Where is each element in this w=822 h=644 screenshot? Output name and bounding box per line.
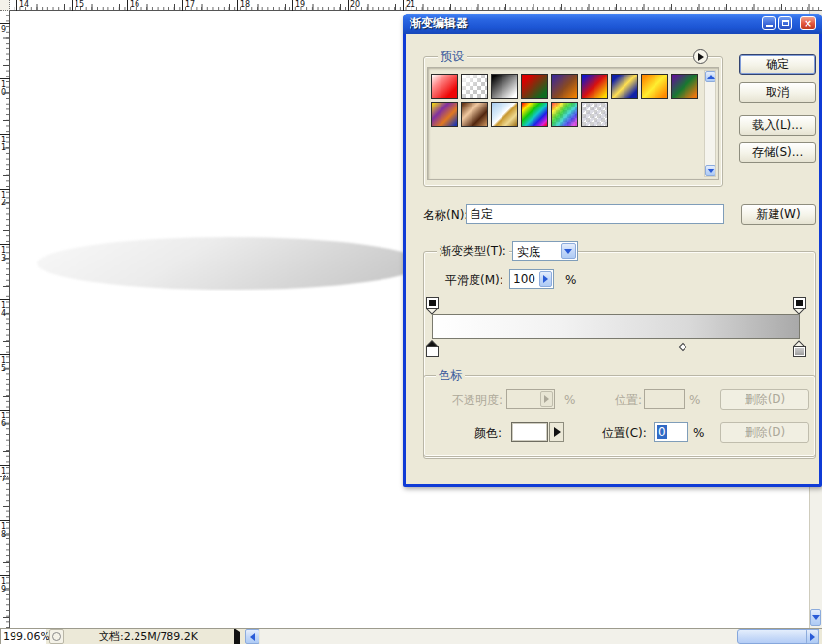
color-location-value: 0 [657,425,667,439]
color-stop-right[interactable] [793,340,806,358]
color-flyout-button[interactable] [549,422,564,442]
chevron-left-icon [250,633,255,641]
ruler-number: 14 [19,0,29,9]
smoothness-spinner-button[interactable] [539,271,552,287]
preset-scroll-up-button[interactable] [705,71,715,82]
chevron-up-icon [707,75,715,79]
ruler-major-tick [0,465,10,466]
ruler-major-tick [0,78,10,79]
ruler-major-tick [348,0,349,11]
save-button[interactable]: 存储(S)... [739,142,816,163]
opacity-label: 不透明度: [452,393,502,407]
color-swatch-button[interactable] [511,422,548,442]
ruler-origin-box[interactable] [0,0,10,11]
triangle-right-icon [234,629,240,644]
preset-swatch-transparent-rainbow[interactable] [551,102,578,127]
preset-swatch-foreground-to-background[interactable] [431,74,458,99]
status-flyout-button[interactable] [234,632,240,644]
dialog-content: 预设 确定 取消 载入(L)... 存储(S)... 名称(N): 自定 新建(… [406,34,819,484]
ruler-top: 1415161718192021 [10,0,822,11]
chevron-right-icon [543,275,548,283]
ruler-major-tick [403,0,404,11]
ruler-number: 9 [1,26,7,34]
color-stop-fill [795,348,804,355]
clock-icon [52,632,61,641]
ruler-number: 15 [75,0,84,9]
preset-swatch-yellow-violet-orange-blue[interactable] [431,102,458,127]
preset-swatch-blue-yellow-blue[interactable] [611,74,638,99]
ruler-major-tick [0,23,10,24]
load-button[interactable]: 载入(L)... [739,115,816,136]
ruler-number: 18 [1,523,7,538]
maximize-button[interactable] [778,16,792,30]
scroll-left-button[interactable] [245,629,259,644]
preset-swatch-violet-to-orange[interactable] [551,74,578,99]
dialog-title-bar[interactable]: 渐变编辑器 [403,14,822,34]
new-button[interactable]: 新建(W) [741,204,816,225]
ruler-number: 14 [1,302,7,318]
chevron-down-icon [812,615,820,620]
opacity-unit: % [564,393,575,407]
ruler-number: 16 [130,0,139,9]
preset-scroll-down-button[interactable] [705,165,715,176]
gradient-preview-bar[interactable] [432,314,800,339]
smoothness-value: 100 [513,272,535,286]
ruler-major-tick [0,354,10,355]
cancel-button[interactable]: 取消 [739,82,816,103]
delete-color-button: 删除(D) [720,422,809,443]
minimize-button[interactable] [762,16,776,30]
color-stop-body [426,346,439,357]
opacity-ink [429,300,436,306]
scroll-down-button[interactable] [810,609,821,626]
presets-caption: 预设 [438,49,467,63]
preset-swatch-orange-yellow-orange[interactable] [641,74,668,99]
timer-button[interactable] [49,629,64,644]
combo-dropdown-button[interactable] [561,243,576,259]
gradient-editor-dialog: 渐变编辑器 × 预设 确定 取消 载入(L)... 存储(S)... [403,14,822,487]
ok-button[interactable]: 确定 [739,54,816,75]
scroll-right-button[interactable] [806,629,819,644]
color-label: 颜色: [474,426,502,440]
canvas-gradient-ellipse [37,237,422,290]
color-location-label: 位置(C): [602,426,647,440]
preset-swatch-foreground-to-transparent[interactable] [461,74,488,99]
preset-swatch-copper[interactable] [461,102,488,127]
ruler-number: 11 [1,137,7,152]
color-stop-left-selected[interactable] [426,340,439,358]
opacity-stop-body [426,297,439,309]
close-icon: × [804,18,812,29]
color-location-unit: % [693,426,704,440]
preset-swatch-spectrum[interactable] [521,102,548,127]
preset-swatch-neutral-density[interactable] [581,102,608,127]
presets-flyout-button[interactable] [693,49,708,64]
preset-swatch-violet-green-orange[interactable] [671,74,698,99]
preset-swatch-chrome[interactable] [491,102,518,127]
delete-opacity-button: 删除(D) [720,389,809,410]
preset-swatch-red-to-green[interactable] [521,74,548,99]
ruler-major-tick [0,134,10,135]
smoothness-label: 平滑度(M): [445,273,503,287]
status-bar: 199.06% 文档:2.25M/789.2K BY:古欲香萧 PHOTOSHO… [0,628,822,644]
preset-swatch-black-to-white[interactable] [491,74,518,99]
ruler-number: 21 [406,0,415,9]
color-location-input[interactable]: 0 [654,422,688,442]
photoshop-window: 1415161718192021 910111213141516171819 1… [0,0,822,644]
opacity-location-label: 位置: [615,393,642,407]
color-stop-fill [428,348,437,355]
opacity-stop-body [793,297,806,309]
zoom-level-field[interactable]: 199.06% [0,629,46,644]
horizontal-scrollbar-track[interactable]: BY:古欲香萧 PHOTOSHOP 交流群:155189433 [260,629,805,644]
gradient-type-select[interactable]: 实底 [512,241,578,261]
smoothness-input[interactable]: 100 [509,269,554,289]
ruler-number: 20 [350,0,360,9]
stops-caption: 色标 [436,368,465,382]
opacity-stop-left[interactable] [426,297,439,314]
opacity-stop-right[interactable] [793,297,806,314]
preset-swatch-blue-red-yellow[interactable] [581,74,608,99]
opacity-location-unit: % [689,393,700,407]
preset-scrollbar[interactable] [704,70,716,177]
name-input[interactable]: 自定 [466,204,724,224]
ruler-major-tick [182,0,183,11]
ruler-number: 18 [240,0,250,9]
close-button[interactable]: × [800,16,816,30]
